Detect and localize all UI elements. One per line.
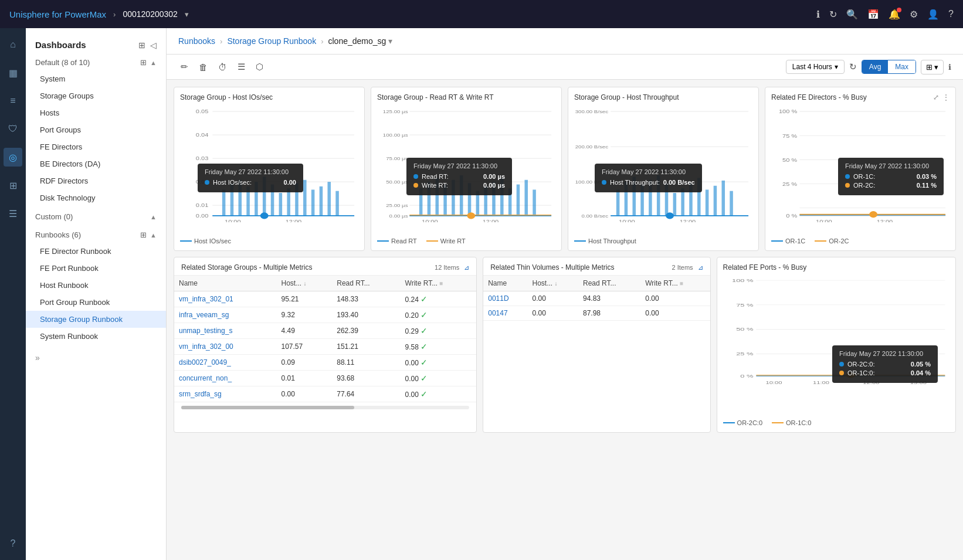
list-view-icon[interactable]: ☰ (235, 59, 247, 74)
sg-scrollbar-thumb[interactable] (181, 406, 354, 409)
tv-row-name-2[interactable]: 00147 (488, 309, 507, 317)
help-icon[interactable]: ? (948, 9, 954, 19)
svg-rect-80 (689, 183, 693, 216)
sidebar-item-fe-director-runbook[interactable]: FE Director Runbook (26, 243, 166, 260)
time-range-button[interactable]: Last 4 Hours ▾ (786, 60, 845, 74)
help-side-icon[interactable]: ? (4, 534, 22, 553)
tv-row-host-2: 0.00 (528, 306, 579, 321)
dashboard-icon[interactable]: ▦ (4, 63, 22, 82)
sidebar-item-port-groups[interactable]: Port Groups (26, 121, 166, 138)
tv-row-name-1[interactable]: 0011D (488, 294, 508, 303)
sidebar-item-host-runbook[interactable]: Host Runbook (26, 277, 166, 294)
tv-col-host[interactable]: Host... ↓ (528, 276, 579, 291)
chart-fp-legend: OR-2C:0 OR-1C:0 (723, 419, 950, 426)
sidebar-section-runbooks-header[interactable]: Runbooks (6) ⊞ ▲ (26, 227, 166, 243)
svg-rect-78 (673, 193, 677, 216)
breadcrumb-runbooks[interactable]: Runbooks (178, 36, 215, 46)
sidebar-item-storage-group-runbook[interactable]: Storage Group Runbook (26, 311, 166, 328)
sidebar-add-icon[interactable]: ⊞ (138, 40, 145, 50)
tv-table-scroll[interactable]: Name Host... ↓ Read RT... Write RT... ≡ … (483, 276, 710, 321)
chart-fp-title: Related FE Ports - % Busy (723, 263, 950, 271)
sg-col-host[interactable]: Host... ↓ (277, 276, 333, 291)
bell-icon[interactable]: 🔔 (889, 9, 900, 20)
sg-row-name-5[interactable]: dsib0027_0049_ (179, 358, 231, 366)
sidebar-item-storage-groups[interactable]: Storage Groups (26, 87, 166, 104)
device-id: 000120200302 (123, 9, 177, 19)
sg-row-name-6[interactable]: concurrent_non_ (179, 374, 232, 382)
tv-col-name[interactable]: Name (483, 276, 527, 291)
sidebar-section-runbooks: Runbooks (6) ⊞ ▲ FE Director Runbook FE … (26, 227, 166, 345)
svg-rect-82 (706, 189, 709, 215)
sidebar-item-hosts[interactable]: Hosts (26, 104, 166, 121)
svg-text:100 %: 100 % (732, 279, 753, 283)
tv-row-write-2: 0.00 (640, 306, 710, 321)
toolbar-refresh-icon[interactable]: ↻ (849, 62, 857, 72)
sidebar-expand-icon[interactable]: » (35, 353, 40, 362)
settings-icon[interactable]: ⚙ (910, 9, 918, 20)
charts-row-2: Related Storage Groups - Multiple Metric… (174, 257, 956, 433)
app-name: Unisphere for PowerMax (9, 9, 106, 19)
delete-icon[interactable]: 🗑 (196, 60, 210, 74)
svg-rect-50 (476, 191, 480, 216)
sidebar-item-disk-technology[interactable]: Disk Technology (26, 189, 166, 206)
history-icon[interactable]: ⏱ (216, 60, 229, 74)
tv-col-read[interactable]: Read RT... (578, 276, 640, 291)
sidebar-item-rdf-directors[interactable]: RDF Directors (26, 172, 166, 189)
search-icon[interactable]: 🔍 (846, 9, 858, 20)
analytics-icon[interactable]: ◎ (4, 148, 22, 167)
breadcrumb-dropdown-arrow[interactable]: ▾ (388, 36, 392, 46)
runbooks-section-icon[interactable]: ⊞ (140, 230, 147, 239)
sidebar-item-system-runbook[interactable]: System Runbook (26, 328, 166, 345)
sg-row-name-2[interactable]: infra_veeam_sg (179, 311, 229, 319)
sg-row-name-4[interactable]: vm_infra_302_00 (179, 342, 233, 351)
sidebar-collapse-icon[interactable]: ◁ (150, 40, 157, 50)
sidebar-item-port-group-runbook[interactable]: Port Group Runbook (26, 294, 166, 311)
chart-fe-directors: Related FE Directors - % Busy ⤢ ⋮ (765, 87, 956, 251)
home-icon[interactable]: ⌂ (4, 35, 22, 54)
sg-row-name-1[interactable]: vm_infra_302_01 (179, 295, 233, 303)
sidebar-section-custom-header[interactable]: Custom (0) ▲ (26, 209, 166, 225)
storage-icon[interactable]: ≡ (4, 91, 22, 110)
sg-row-name-3[interactable]: unmap_testing_s (179, 327, 232, 335)
calendar-icon[interactable]: 📅 (867, 9, 879, 20)
chart-fe-ports: Related FE Ports - % Busy 100 % 75 % 50 … (717, 257, 956, 433)
chart-rw-svg: 125.00 µs 100.00 µs 75.00 µs 50.00 µs 25… (377, 105, 555, 222)
sg-col-write[interactable]: Write RT... ≡ (401, 276, 477, 291)
shield-icon[interactable]: 🛡 (4, 120, 22, 138)
sg-col-name[interactable]: Name (174, 276, 277, 291)
table-row: dsib0027_0049_ 0.09 88.11 0.00 ✓ (174, 355, 476, 371)
svg-text:0.00: 0.00 (196, 213, 209, 219)
export-icon[interactable]: ⬡ (253, 59, 266, 74)
sg-table-scroll[interactable]: Name Host... ↓ Read RT... Write RT... ≡ … (174, 276, 476, 402)
status-icon-5: ✓ (421, 358, 428, 367)
sidebar-item-fe-port-runbook[interactable]: FE Port Runbook (26, 260, 166, 277)
device-dropdown-arrow[interactable]: ▾ (185, 10, 189, 19)
max-button[interactable]: Max (888, 60, 915, 73)
sidebar-item-be-directors[interactable]: BE Directors (DA) (26, 155, 166, 172)
edit-icon[interactable]: ✏ (178, 59, 191, 74)
avg-button[interactable]: Avg (862, 60, 888, 73)
table-row: concurrent_non_ 0.01 93.68 0.00 ✓ (174, 371, 476, 386)
chart-info-icon[interactable]: ℹ (948, 63, 951, 72)
grid-layout-button[interactable]: ⊞ ▾ (921, 60, 944, 74)
tv-col-write[interactable]: Write RT... ≡ (640, 276, 710, 291)
grid-icon[interactable]: ⊞ (4, 176, 22, 195)
table-row: 00147 0.00 87.98 0.00 (483, 306, 710, 321)
refresh-icon[interactable]: ↻ (829, 9, 837, 20)
more-icon[interactable]: ⋮ (942, 93, 950, 101)
user-icon[interactable]: 👤 (927, 9, 939, 20)
sidebar-item-system[interactable]: System (26, 70, 166, 87)
sidebar-section-default-header[interactable]: Default (8 of 10) ⊞ ▲ (26, 55, 166, 70)
breadcrumb-storage-group-runbook[interactable]: Storage Group Runbook (227, 36, 316, 46)
info-icon[interactable]: ℹ (816, 9, 820, 20)
expand-icon[interactable]: ⤢ (933, 93, 939, 101)
tv-filter-icon[interactable]: ⊿ (698, 264, 703, 271)
sg-scrollbar-track[interactable] (181, 406, 469, 409)
sg-row-name-7[interactable]: srm_srdfa_sg (179, 390, 222, 398)
svg-rect-44 (428, 182, 431, 216)
default-section-icon[interactable]: ⊞ (140, 58, 147, 67)
sg-col-read[interactable]: Read RT... (332, 276, 400, 291)
list-icon[interactable]: ☰ (4, 204, 22, 223)
sidebar-item-fe-directors[interactable]: FE Directors (26, 138, 166, 155)
sg-filter-icon[interactable]: ⊿ (464, 264, 469, 271)
